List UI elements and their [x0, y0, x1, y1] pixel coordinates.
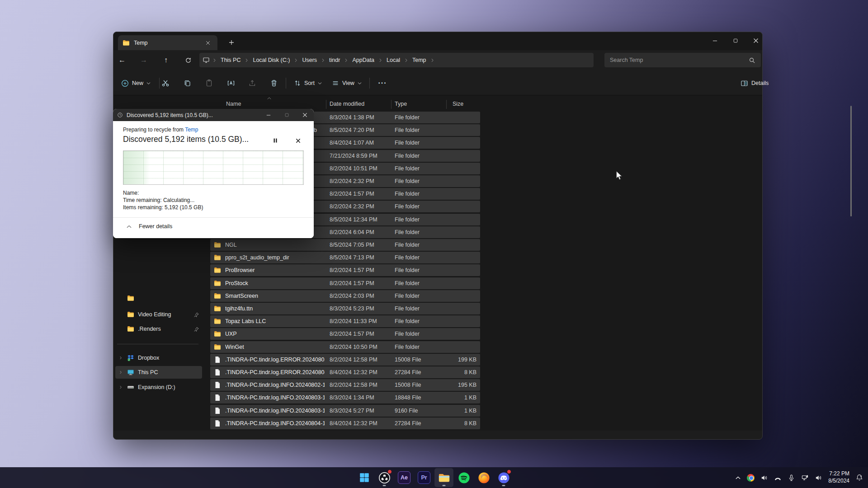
breadcrumb-chevron-icon[interactable] — [430, 58, 435, 62]
file-date-modified: 8/3/2024 5:23 PM — [330, 305, 374, 312]
dialog-close-button[interactable] — [296, 109, 314, 121]
file-row[interactable]: ProBrowser8/2/2024 1:57 PMFile folder — [210, 264, 480, 276]
dialog-minimize-button[interactable] — [259, 109, 278, 121]
window-minimize-button[interactable] — [704, 32, 725, 49]
tab-temp[interactable]: Temp — [118, 35, 217, 50]
volume-mixer-icon[interactable] — [760, 474, 768, 482]
expander-chevron-icon[interactable] — [118, 385, 123, 389]
tab-close-icon[interactable] — [203, 38, 213, 48]
new-button[interactable]: New — [117, 75, 155, 91]
copy-button[interactable] — [179, 75, 197, 91]
sidebar-item-dropbox[interactable]: Dropbox — [115, 352, 202, 364]
column-separator[interactable] — [326, 100, 326, 109]
hidden-icons-icon[interactable] — [735, 475, 741, 481]
file-row[interactable]: .TINDRA-PC.tindr.log.ERROR.20240802-1...… — [210, 354, 480, 366]
file-type: File folder — [395, 191, 420, 197]
file-row[interactable]: Topaz Labs LLC8/2/2024 11:33 PMFile fold… — [210, 315, 480, 327]
breadcrumb-chevron-icon[interactable] — [321, 58, 326, 62]
taskbar-firefox-icon[interactable] — [475, 469, 493, 487]
temp-folder-link[interactable]: Temp — [185, 127, 198, 133]
taskbar-spotify-icon[interactable] — [455, 469, 473, 487]
column-separator[interactable] — [446, 100, 447, 109]
expander-chevron-icon[interactable] — [118, 356, 123, 360]
fewer-details-toggle[interactable]: Fewer details — [127, 223, 172, 230]
refresh-button[interactable] — [180, 53, 196, 67]
breadcrumb-chevron-icon[interactable] — [244, 58, 249, 62]
file-row[interactable]: UXP8/2/2024 1:57 PMFile folder — [210, 328, 480, 340]
file-row[interactable]: ppro_s2t_audio_temp_dir8/5/2024 7:13 PMF… — [210, 252, 480, 263]
breadcrumb-chevron-icon[interactable] — [293, 58, 298, 62]
new-tab-button[interactable] — [226, 38, 236, 47]
vertical-scrollbar[interactable] — [850, 106, 852, 216]
column-header-name[interactable]: Name — [226, 101, 241, 107]
search-icon[interactable] — [749, 57, 755, 64]
nordvpn-icon[interactable] — [774, 474, 782, 482]
rename-button[interactable] — [222, 75, 240, 91]
delete-button[interactable] — [265, 75, 283, 91]
taskbar-file-explorer-icon[interactable] — [435, 469, 453, 487]
view-button[interactable]: View — [328, 75, 366, 91]
column-header-type[interactable]: Type — [395, 101, 407, 107]
taskbar-after-effects-icon[interactable]: Ae — [395, 469, 413, 487]
running-indicator — [502, 485, 505, 486]
breadcrumb-segment[interactable]: AppData — [349, 55, 378, 65]
taskbar-discord-icon[interactable] — [495, 469, 513, 487]
back-button[interactable]: ← — [114, 53, 130, 67]
breadcrumb-segment[interactable]: Users — [298, 55, 321, 65]
search-input[interactable] — [610, 57, 749, 63]
share-button[interactable] — [243, 75, 261, 91]
chrome-icon[interactable] — [747, 474, 755, 482]
window-maximize-button[interactable] — [725, 32, 746, 49]
forward-button[interactable]: → — [136, 53, 152, 67]
cut-button[interactable] — [156, 75, 175, 91]
details-pane-button[interactable]: Details — [736, 75, 773, 91]
breadcrumb-segment[interactable]: Temp — [409, 55, 430, 65]
breadcrumb-chevron-icon[interactable] — [378, 58, 383, 62]
file-row[interactable]: NGL8/5/2024 7:05 PMFile folder — [210, 239, 480, 251]
file-row[interactable]: SmartScreen8/2/2024 2:03 PMFile folder — [210, 290, 480, 302]
column-separator[interactable] — [391, 100, 392, 109]
file-row[interactable]: .TINDRA-PC.tindr.log.INFO.20240803-172..… — [210, 405, 480, 417]
sort-button[interactable]: Sort — [290, 75, 326, 91]
cancel-button[interactable] — [293, 136, 303, 145]
file-type: File folder — [395, 331, 420, 337]
microphone-icon[interactable] — [788, 474, 795, 482]
sidebar-item-this-pc[interactable]: This PC — [115, 366, 202, 379]
taskbar-start-icon[interactable] — [355, 469, 373, 487]
window-close-button[interactable] — [745, 32, 766, 49]
dialog-title-bar[interactable]: Discovered 5,192 items (10.5 GB)... — [113, 109, 314, 121]
file-row[interactable]: ProStock8/2/2024 1:57 PMFile folder — [210, 277, 480, 289]
breadcrumb-segment[interactable]: This PC — [217, 55, 244, 65]
search-box[interactable] — [604, 53, 761, 67]
breadcrumb-segment[interactable]: Local — [383, 55, 404, 65]
up-button[interactable]: ↑ — [158, 53, 174, 67]
breadcrumb-segment[interactable]: tindr — [326, 55, 344, 65]
breadcrumb-chevron-icon[interactable] — [344, 58, 349, 62]
file-row[interactable]: WinGet8/2/2024 10:50 PMFile folder — [210, 341, 480, 353]
sidebar-item-expansion-d-[interactable]: Expansion (D:) — [115, 381, 202, 394]
taskbar-obs-icon[interactable] — [375, 469, 393, 487]
expander-chevron-icon[interactable] — [118, 371, 123, 374]
file-row[interactable]: .TINDRA-PC.tindr.log.INFO.20240802-123..… — [210, 379, 480, 391]
ethernet-icon[interactable] — [801, 474, 809, 482]
file-type: File folder — [395, 127, 420, 133]
pause-button[interactable] — [270, 136, 280, 145]
column-header-date-modified[interactable]: Date modified — [330, 101, 364, 107]
column-header-size[interactable]: Size — [453, 101, 463, 107]
file-row[interactable]: tgihz4fu.ttn8/3/2024 5:23 PMFile folder — [210, 303, 480, 314]
breadcrumb-chevron-icon[interactable] — [404, 58, 409, 62]
file-row[interactable]: .TINDRA-PC.tindr.log.INFO.20240803-133..… — [210, 392, 480, 404]
file-row[interactable]: .TINDRA-PC.tindr.log.INFO.20240804-122..… — [210, 418, 480, 429]
breadcrumb-chevron-icon[interactable] — [212, 58, 217, 62]
taskbar-clock[interactable]: 7:22 PM 8/5/2024 — [828, 470, 849, 484]
file-row[interactable]: .TINDRA-PC.tindr.log.ERROR.20240804-1...… — [210, 366, 480, 378]
sidebar-item-video-editing[interactable]: Video Editing — [115, 308, 202, 321]
more-options-button[interactable]: ··· — [373, 75, 392, 91]
sidebar-item--renders[interactable]: .Renders — [115, 323, 202, 335]
taskbar-premiere-pro-icon[interactable]: Pr — [415, 469, 433, 487]
breadcrumb-segment[interactable]: Local Disk (C:) — [249, 55, 293, 65]
notification-bell-sleep-icon[interactable] — [855, 474, 863, 482]
volume-icon[interactable] — [815, 474, 822, 482]
sidebar-item-pinned-folder[interactable] — [115, 292, 202, 305]
paste-button[interactable] — [200, 75, 218, 91]
